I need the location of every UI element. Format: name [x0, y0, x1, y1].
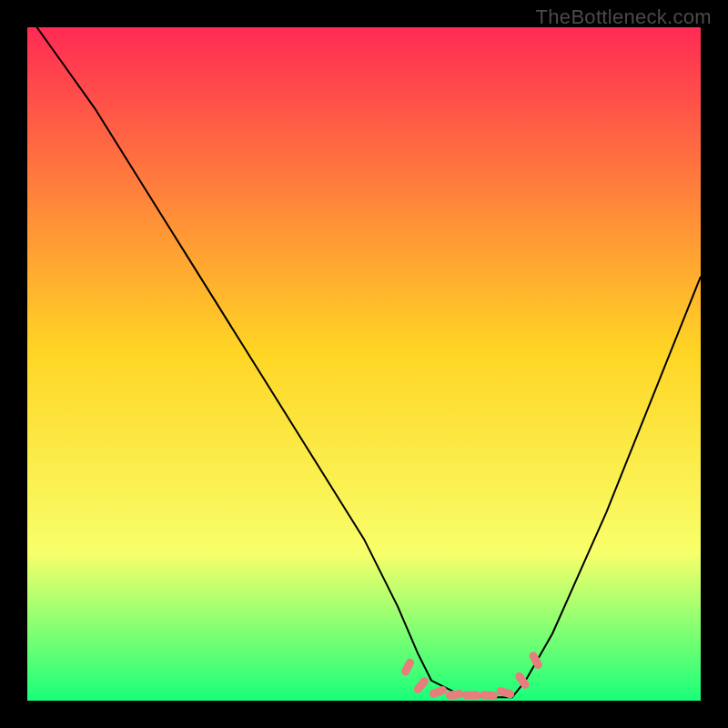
watermark-label: TheBottleneck.com: [536, 5, 712, 29]
chart-container: [27, 27, 701, 701]
gradient-bg: [27, 27, 701, 701]
data-marker: [462, 692, 480, 700]
data-marker: [480, 691, 499, 700]
chart-svg: [27, 27, 701, 701]
